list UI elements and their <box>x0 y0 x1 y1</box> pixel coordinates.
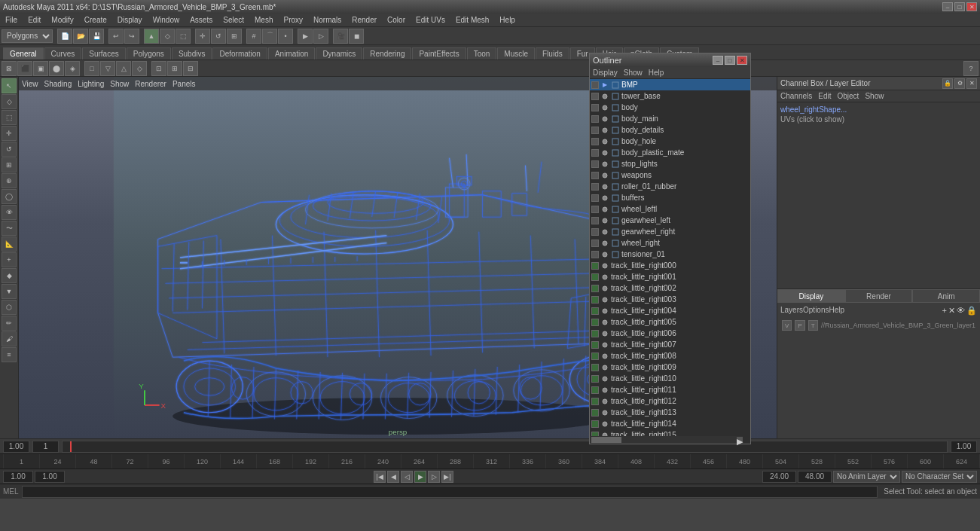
channel-menu-channels[interactable]: Channels <box>780 92 812 100</box>
anim-current-input[interactable] <box>32 441 59 453</box>
outliner-checkbox[interactable] <box>591 364 599 371</box>
outliner-checkbox[interactable] <box>591 341 599 349</box>
lock-layer-icon[interactable]: 🔒 <box>966 306 977 316</box>
outliner-item-body_plastic_mate[interactable]: body_plastic_mate <box>590 147 750 158</box>
outliner-checkbox[interactable] <box>591 93 599 100</box>
outliner-checkbox[interactable] <box>591 409 599 417</box>
outliner-maximize-button[interactable]: □ <box>725 56 735 65</box>
tool-misc[interactable]: ≡ <box>2 347 17 362</box>
tool-rotate[interactable]: ↺ <box>2 142 17 157</box>
outliner-checkbox[interactable] <box>591 206 599 213</box>
outliner-item-track_little_right008[interactable]: track_little_right008 <box>590 350 750 362</box>
outliner-checkbox[interactable] <box>591 420 599 428</box>
outliner-item-roller_01_rubber[interactable]: roller_01_rubber <box>590 181 750 192</box>
tab-polygons[interactable]: Polygons <box>127 47 171 60</box>
timeline-mark[interactable]: 504 <box>762 454 798 468</box>
timeline-mark[interactable]: 288 <box>437 454 473 468</box>
lasso-select-button[interactable]: ◇ <box>160 29 175 44</box>
render-button[interactable]: ▶ <box>298 29 313 44</box>
outliner-horizontal-scrollbar[interactable]: ▶ <box>590 436 743 444</box>
channel-tab-display[interactable]: Display <box>777 289 845 303</box>
menu-item-proxy[interactable]: Proxy <box>281 15 305 25</box>
timeline-mark[interactable]: 552 <box>835 454 871 468</box>
timeline-mark[interactable]: 432 <box>654 454 690 468</box>
tab-deformation[interactable]: Deformation <box>212 47 267 60</box>
step-forward-button[interactable]: ▷ <box>428 471 440 483</box>
menu-item-edit[interactable]: Edit <box>26 15 43 25</box>
timeline-mark[interactable]: 72 <box>111 454 148 468</box>
paint-select-button[interactable]: ⬚ <box>176 29 191 44</box>
undo-button[interactable]: ↩ <box>108 29 124 44</box>
tb2-btn7[interactable]: ▽ <box>100 61 115 76</box>
outliner-menu-help[interactable]: Help <box>649 69 664 77</box>
outliner-item-track_little_right003[interactable]: track_little_right003 <box>590 294 750 305</box>
outliner-item-BMP[interactable]: ▶BMP <box>590 79 750 90</box>
outliner-item-track_little_right002[interactable]: track_little_right002 <box>590 282 750 294</box>
layer-type-toggle[interactable]: T <box>808 320 818 331</box>
outliner-item-body_hole[interactable]: body_hole <box>590 136 750 147</box>
timeline-mark[interactable]: 1 <box>3 454 39 468</box>
display-layer-button[interactable]: ◼ <box>349 29 364 44</box>
outliner-menu-display[interactable]: Display <box>593 69 618 77</box>
channel-box-lock-icon[interactable]: 🔒 <box>942 78 953 89</box>
outliner-checkbox[interactable] <box>591 398 599 405</box>
tool-lasso[interactable]: ◇ <box>2 94 17 109</box>
timeline-mark[interactable]: 408 <box>618 454 654 468</box>
open-file-button[interactable]: 📂 <box>73 29 88 44</box>
outliner-checkbox[interactable] <box>591 319 599 326</box>
minimize-button[interactable]: – <box>942 2 953 11</box>
mode-dropdown[interactable]: Polygons <box>2 29 53 43</box>
outliner-item-track_little_right000[interactable]: track_little_right000 <box>590 260 750 271</box>
menu-item-window[interactable]: Window <box>151 15 182 25</box>
tb2-btn2[interactable]: ⬛ <box>17 61 32 76</box>
anim-layer-select[interactable]: No Anim Layer <box>833 471 900 483</box>
menu-item-create[interactable]: Create <box>82 15 109 25</box>
channel-menu-edit[interactable]: Edit <box>818 92 831 100</box>
character-set-select[interactable]: No Character Set <box>902 471 977 483</box>
anim-end-input[interactable] <box>951 441 977 453</box>
scale-tool-button[interactable]: ⊞ <box>227 29 242 44</box>
snap-grid-button[interactable]: # <box>246 29 261 44</box>
outliner-item-wheel_right[interactable]: wheel_right <box>590 237 750 249</box>
viewport-menu-panels[interactable]: Panels <box>172 80 196 88</box>
timeline-mark[interactable]: 600 <box>907 454 943 468</box>
outliner-checkbox[interactable] <box>591 375 599 383</box>
outliner-checkbox[interactable] <box>591 160 599 168</box>
tb2-btn10[interactable]: ⊡ <box>151 61 166 76</box>
tab-painteffects[interactable]: PaintEffects <box>412 47 466 60</box>
go-to-end-button[interactable]: ▶| <box>441 471 453 483</box>
tab-fluids[interactable]: Fluids <box>536 47 569 60</box>
tool-paint[interactable]: ⬚ <box>2 110 17 125</box>
viewport-menu-show[interactable]: Show <box>110 80 129 88</box>
step-back-button[interactable]: ◀ <box>387 471 399 483</box>
anim-start-input[interactable] <box>3 441 29 453</box>
outliner-item-track_little_right001[interactable]: track_little_right001 <box>590 271 750 282</box>
tab-animation[interactable]: Animation <box>268 47 315 60</box>
outliner-checkbox[interactable] <box>591 149 599 157</box>
tool-anim[interactable]: ◆ <box>2 268 17 283</box>
redo-button[interactable]: ↪ <box>124 29 139 44</box>
timeline-mark[interactable]: 624 <box>943 454 979 468</box>
outliner-checkbox[interactable] <box>591 307 599 315</box>
outliner-checkbox[interactable] <box>591 172 599 179</box>
tool-curve[interactable]: 〜 <box>2 221 17 236</box>
go-to-start-button[interactable]: |◀ <box>374 471 386 483</box>
outliner-checkbox[interactable] <box>591 330 599 337</box>
tab-curves[interactable]: Curves <box>44 47 82 60</box>
tb2-btn12[interactable]: ⊟ <box>183 61 198 76</box>
timeline-mark[interactable]: 192 <box>292 454 328 468</box>
outliner-checkbox[interactable] <box>591 194 599 202</box>
outliner-checkbox[interactable] <box>591 296 599 304</box>
camera-settings-button[interactable]: 🎥 <box>333 29 348 44</box>
snap-point-button[interactable]: • <box>278 29 293 44</box>
timeline-mark[interactable]: 240 <box>365 454 401 468</box>
outliner-item-gearwheel_left[interactable]: gearwheel_left <box>590 215 750 226</box>
layer-menu-layers[interactable]: Layers <box>780 306 803 316</box>
menu-item-file[interactable]: File <box>3 15 20 25</box>
outliner-item-tensioner_01[interactable]: tensioner_01 <box>590 249 750 260</box>
outliner-item-body[interactable]: body <box>590 102 750 113</box>
menu-item-help[interactable]: Help <box>497 15 517 25</box>
outliner-checkbox[interactable] <box>591 273 599 281</box>
outliner-item-stop_lights[interactable]: stop_lights <box>590 158 750 169</box>
outliner-item-track_little_right007[interactable]: track_little_right007 <box>590 339 750 350</box>
